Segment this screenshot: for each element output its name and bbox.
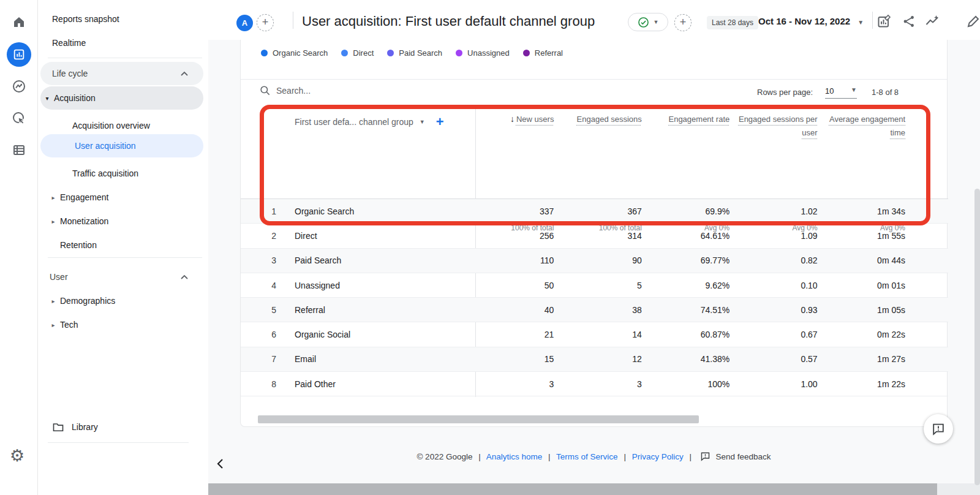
column-header-engagement-rate[interactable]: Engagement rate bbox=[642, 113, 729, 140]
footer-separator: | bbox=[478, 452, 481, 461]
sidebar-item-library[interactable]: Library bbox=[38, 415, 203, 439]
sidebar-item-monetization[interactable]: ▸ Monetization bbox=[38, 210, 203, 233]
sidebar-item-reports-snapshot[interactable]: Reports snapshot bbox=[38, 7, 203, 31]
column-header-new-users[interactable]: ↓New users bbox=[466, 113, 554, 140]
legend-item-paid-search[interactable]: Paid Search bbox=[387, 48, 442, 58]
caret-collapsed-icon[interactable]: ▸ bbox=[47, 322, 60, 328]
privacy-policy-link[interactable]: Privacy Policy bbox=[632, 452, 684, 461]
header-divider bbox=[293, 12, 293, 29]
column-header-avg-engagement-time[interactable]: Average engagement time bbox=[818, 113, 905, 140]
row-channel: Referral bbox=[295, 305, 325, 315]
legend-item-direct[interactable]: Direct bbox=[341, 48, 374, 58]
caret-collapsed-icon[interactable]: ▸ bbox=[47, 298, 60, 304]
insights-icon[interactable] bbox=[925, 14, 940, 29]
row-metrics: 256 314 64.61% 1.09 1m 55s bbox=[466, 231, 905, 241]
rows-per-page-label: Rows per page: bbox=[757, 88, 813, 97]
sidebar-item-demographics[interactable]: ▸ Demographics bbox=[38, 289, 203, 312]
cell-avg-engagement-time: 1m 34s bbox=[818, 206, 905, 216]
reports-icon[interactable] bbox=[7, 42, 31, 67]
page-horizontal-scrollbar-thumb[interactable] bbox=[208, 483, 937, 495]
edit-pencil-icon[interactable] bbox=[966, 14, 980, 29]
legend-item-organic-search[interactable]: Organic Search bbox=[261, 48, 328, 58]
home-icon[interactable] bbox=[12, 15, 26, 29]
section-header-life-cycle[interactable]: Life cycle bbox=[40, 62, 203, 85]
table-row[interactable]: 6 Organic Social 21 14 60.87% 0.67 0m 22… bbox=[241, 322, 948, 347]
date-range-picker[interactable]: Oct 16 - Nov 12, 2022 ▼ bbox=[758, 16, 864, 26]
row-channel: Organic Social bbox=[295, 330, 350, 339]
page-vertical-scrollbar-thumb[interactable] bbox=[974, 189, 980, 485]
collapse-sidebar-icon[interactable] bbox=[216, 458, 225, 469]
caret-down-icon: ▼ bbox=[654, 19, 659, 25]
sort-desc-icon: ↓ bbox=[510, 114, 514, 124]
dimension-column-header[interactable]: First user defa... channel group ▼ + bbox=[295, 114, 444, 130]
sidebar-item-retention[interactable]: Retention bbox=[38, 233, 203, 257]
check-circle-icon bbox=[638, 17, 649, 28]
dimension-header-label: First user defa... channel group bbox=[295, 117, 413, 127]
sidebar-item-label: Reports snapshot bbox=[52, 14, 119, 24]
admin-list-icon[interactable] bbox=[12, 143, 26, 157]
row-index: 7 bbox=[263, 354, 276, 364]
table-row[interactable]: 3 Paid Search 110 90 69.77% 0.82 0m 44s bbox=[241, 249, 948, 273]
chevron-up-icon[interactable] bbox=[180, 71, 189, 77]
cell-engaged-sessions: 367 bbox=[554, 206, 641, 216]
add-dimension-icon[interactable]: + bbox=[436, 114, 444, 130]
add-report-icon[interactable]: + bbox=[674, 14, 692, 31]
table-row[interactable]: 2 Direct 256 314 64.61% 1.09 1m 55s bbox=[241, 224, 948, 248]
sidebar-item-traffic-acquisition[interactable]: Traffic acquisition bbox=[38, 162, 203, 185]
cell-engagement-rate: 60.87% bbox=[642, 330, 729, 339]
section-header-user[interactable]: User bbox=[38, 265, 203, 289]
advertising-icon[interactable] bbox=[12, 111, 26, 126]
table-row[interactable]: 7 Email 15 12 41.38% 0.57 1m 27s bbox=[241, 347, 948, 372]
date-range-text: Oct 16 - Nov 12, 2022 bbox=[758, 16, 850, 26]
page-horizontal-scrollbar-track[interactable] bbox=[208, 483, 980, 495]
table-row[interactable]: 4 Unassigned 50 5 9.62% 0.10 0m 01s bbox=[241, 273, 948, 298]
avatar[interactable]: A bbox=[236, 15, 253, 31]
chevron-up-icon[interactable] bbox=[180, 274, 189, 280]
send-feedback-link[interactable]: Send feedback bbox=[716, 452, 771, 461]
legend-dot bbox=[341, 50, 348, 56]
table-horizontal-scrollbar[interactable] bbox=[258, 415, 699, 423]
feedback-fab-button[interactable] bbox=[924, 414, 953, 444]
reports-sidebar: Reports snapshot Realtime Life cycle ▾ A… bbox=[38, 0, 208, 495]
add-comparison-icon[interactable]: + bbox=[257, 14, 274, 31]
caret-down-icon: ▼ bbox=[858, 19, 864, 26]
row-metrics: 15 12 41.38% 0.57 1m 27s bbox=[466, 354, 905, 364]
column-header-engaged-sessions[interactable]: Engaged sessions bbox=[554, 113, 641, 140]
sidebar-item-realtime[interactable]: Realtime bbox=[38, 31, 203, 55]
sidebar-item-label: Acquisition overview bbox=[72, 121, 150, 130]
column-header-engaged-sessions-per-user[interactable]: Engaged sessions per user bbox=[729, 113, 817, 140]
search-icon bbox=[259, 85, 271, 96]
footer-separator: | bbox=[689, 452, 692, 461]
report-status-button[interactable]: ▼ bbox=[628, 13, 668, 31]
sidebar-item-user-acquisition[interactable]: User acquisition bbox=[40, 134, 203, 157]
section-label: Life cycle bbox=[52, 69, 88, 78]
legend-dot bbox=[456, 50, 462, 56]
caret-collapsed-icon[interactable]: ▸ bbox=[47, 218, 60, 225]
cell-engagement-rate: 69.77% bbox=[642, 255, 729, 265]
column-label: New users bbox=[516, 115, 554, 124]
cell-new-users: 3 bbox=[466, 379, 554, 389]
table-row[interactable]: 1 Organic Search 337 367 69.9% 1.02 1m 3… bbox=[241, 199, 948, 224]
sidebar-item-acquisition[interactable]: ▾ Acquisition bbox=[40, 86, 203, 110]
cell-avg-engagement-time: 0m 44s bbox=[818, 255, 905, 265]
cell-engaged-sessions-per-user: 0.82 bbox=[729, 255, 817, 265]
caret-expanded-icon[interactable]: ▾ bbox=[40, 95, 54, 102]
caret-collapsed-icon[interactable]: ▸ bbox=[47, 194, 60, 201]
legend-label: Unassigned bbox=[467, 48, 510, 58]
legend-item-referral[interactable]: Referral bbox=[523, 48, 563, 58]
terms-of-service-link[interactable]: Terms of Service bbox=[556, 452, 618, 461]
cell-engagement-rate: 41.38% bbox=[642, 354, 729, 364]
analytics-home-link[interactable]: Analytics home bbox=[486, 452, 543, 461]
search-input[interactable] bbox=[276, 86, 460, 96]
legend-item-unassigned[interactable]: Unassigned bbox=[456, 48, 510, 58]
explore-icon[interactable] bbox=[12, 79, 26, 94]
cell-engaged-sessions-per-user: 0.57 bbox=[729, 354, 817, 364]
sidebar-item-tech[interactable]: ▸ Tech bbox=[38, 313, 203, 336]
rows-per-page-select[interactable]: 10 ▼ bbox=[825, 86, 857, 99]
table-row[interactable]: 5 Referral 40 38 74.51% 0.93 1m 05s bbox=[241, 298, 948, 322]
customize-report-icon[interactable] bbox=[876, 14, 891, 29]
settings-gear-icon[interactable]: ⚙ bbox=[10, 446, 24, 466]
sidebar-item-engagement[interactable]: ▸ Engagement bbox=[38, 186, 203, 209]
table-row[interactable]: 8 Paid Other 3 3 100% 1.00 1m 22s bbox=[241, 372, 948, 396]
share-icon[interactable] bbox=[902, 14, 916, 29]
